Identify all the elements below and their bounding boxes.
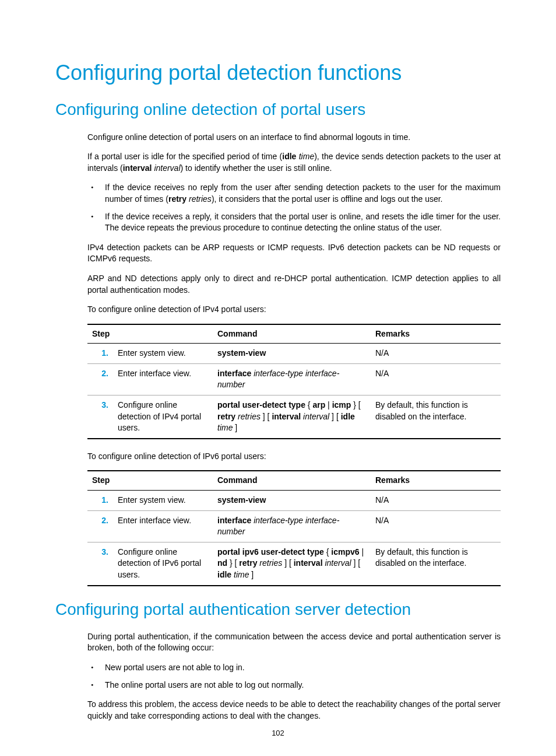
col-command: Command — [213, 471, 371, 490]
list-item: New portal users are not able to log in. — [87, 662, 501, 674]
list-item: If the device receives a reply, it consi… — [87, 211, 501, 234]
table-row: 2. Enter interface view. interface inter… — [87, 363, 501, 395]
table-row: 3. Configure online detection of IPv4 po… — [87, 396, 501, 439]
paragraph: Configure online detection of portal use… — [87, 132, 501, 144]
bullet-list: New portal users are not able to log in.… — [87, 662, 501, 691]
col-remarks: Remarks — [371, 324, 501, 344]
paragraph: If a portal user is idle for the specifi… — [87, 151, 501, 174]
paragraph: To configure online detection of IPv6 po… — [87, 451, 501, 463]
list-item: If the device receives no reply from the… — [87, 182, 501, 205]
ipv4-table: Step Command Remarks 1. Enter system vie… — [87, 324, 501, 439]
heading-1: Configuring portal detection functions — [55, 58, 501, 88]
bullet-list: If the device receives no reply from the… — [87, 182, 501, 233]
paragraph: To address this problem, the access devi… — [87, 699, 501, 722]
paragraph: ARP and ND detections apply only to dire… — [87, 273, 501, 296]
col-step: Step — [87, 471, 213, 490]
table-row: 1. Enter system view. system-view N/A — [87, 491, 501, 511]
page-number: 102 — [0, 728, 556, 738]
paragraph: During portal authentication, if the com… — [87, 631, 501, 654]
table-row: 3. Configure online detection of IPv6 po… — [87, 542, 501, 585]
col-step: Step — [87, 324, 213, 344]
list-item: The online portal users are not able to … — [87, 680, 501, 691]
paragraph: IPv4 detection packets can be ARP reques… — [87, 242, 501, 265]
heading-2-online-detection: Configuring online detection of portal u… — [55, 98, 501, 121]
ipv6-table: Step Command Remarks 1. Enter system vie… — [87, 470, 501, 586]
table-row: 2. Enter interface view. interface inter… — [87, 510, 501, 542]
heading-2-server-detection: Configuring portal authentication server… — [55, 598, 501, 621]
table-row: 1. Enter system view. system-view N/A — [87, 344, 501, 364]
paragraph: To configure online detection of IPv4 po… — [87, 304, 501, 316]
col-remarks: Remarks — [371, 471, 501, 490]
col-command: Command — [213, 324, 371, 344]
